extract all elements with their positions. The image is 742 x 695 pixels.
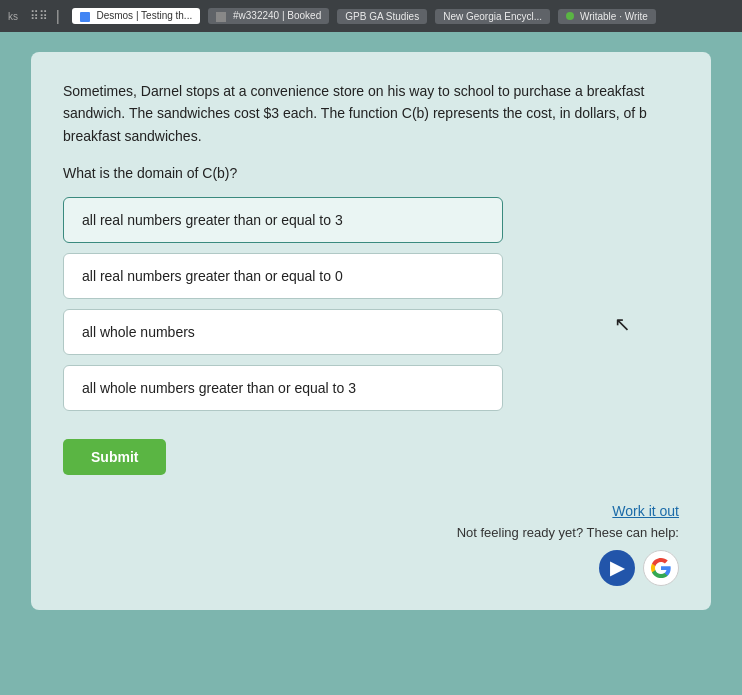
tab-desmos[interactable]: Desmos | Testing th... [72, 8, 201, 23]
help-icon-video[interactable]: ▶ [599, 550, 635, 586]
problem-text: Sometimes, Darnel stops at a convenience… [63, 80, 679, 147]
content-card: Sometimes, Darnel stops at a convenience… [31, 52, 711, 610]
page-background: Sometimes, Darnel stops at a convenience… [0, 32, 742, 695]
tab-booked[interactable]: #w332240 | Booked [208, 8, 329, 23]
answer-choices: all real numbers greater than or equal t… [63, 197, 679, 411]
choice-d[interactable]: all whole numbers greater than or equal … [63, 365, 503, 411]
help-icons: ▶ [599, 550, 679, 586]
browser-bar: ks ⠿⠿ | Desmos | Testing th... #w332240 … [0, 0, 742, 32]
choice-c[interactable]: all whole numbers [63, 309, 503, 355]
choice-a[interactable]: all real numbers greater than or equal t… [63, 197, 503, 243]
help-icon-google[interactable] [643, 550, 679, 586]
work-it-out-link[interactable]: Work it out [612, 503, 679, 519]
tab-gpb[interactable]: GPB GA Studies [337, 9, 427, 24]
tab-newgeorgia[interactable]: New Georgia Encycl... [435, 9, 550, 24]
bottom-section: Work it out Not feeling ready yet? These… [63, 503, 679, 586]
question-label: What is the domain of C(b)? [63, 165, 679, 181]
submit-button[interactable]: Submit [63, 439, 166, 475]
not-ready-text: Not feeling ready yet? These can help: [457, 525, 679, 540]
tab-writable[interactable]: Writable · Write [558, 9, 656, 24]
choice-b[interactable]: all real numbers greater than or equal t… [63, 253, 503, 299]
